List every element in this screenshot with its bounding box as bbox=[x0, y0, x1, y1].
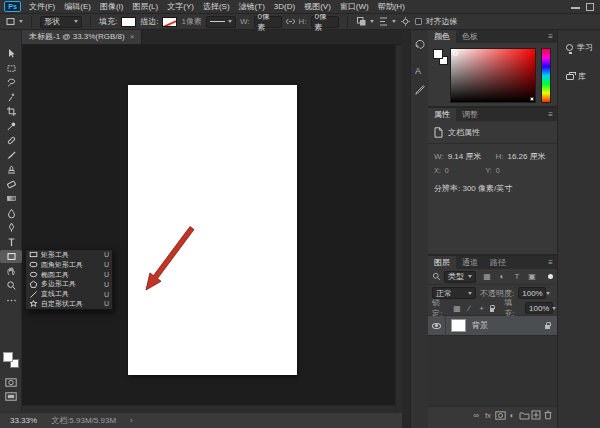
stroke-style-select[interactable] bbox=[206, 16, 236, 28]
doc-height-value[interactable]: 16.26 厘米 bbox=[507, 151, 545, 162]
lock-pixels-icon[interactable]: ∕ bbox=[465, 302, 473, 314]
document-tab[interactable]: 未标题-1 @ 33.3%(RGB/8) × bbox=[22, 29, 142, 44]
lock-position-icon[interactable]: + bbox=[477, 302, 485, 314]
flyout-item-rounded-rectangle-tool[interactable]: 圆角矩形工具 U bbox=[26, 260, 112, 270]
panel-menu-icon[interactable]: ≡ bbox=[544, 256, 557, 269]
filter-type-select[interactable]: 类型 bbox=[444, 271, 476, 283]
tool-move[interactable] bbox=[0, 47, 22, 60]
tool-shape-active[interactable] bbox=[0, 250, 22, 263]
tool-type[interactable] bbox=[0, 236, 22, 249]
brushes-panel-icon[interactable] bbox=[414, 84, 426, 96]
menu-layer[interactable]: 图层(L) bbox=[131, 1, 159, 12]
layer-effects-icon[interactable]: fx bbox=[482, 409, 494, 421]
tool-gradient[interactable] bbox=[0, 192, 22, 205]
tool-mode-select[interactable]: 形状 bbox=[40, 16, 82, 28]
visibility-toggle[interactable] bbox=[428, 316, 446, 336]
tool-eyedropper[interactable] bbox=[0, 120, 22, 133]
panel-menu-icon[interactable]: ≡ bbox=[544, 108, 557, 121]
link-layers-icon[interactable]: ∞ bbox=[470, 409, 482, 421]
foreground-color-swatch[interactable] bbox=[3, 352, 13, 362]
color-swatch-widget[interactable] bbox=[3, 352, 21, 370]
libraries-panel-button[interactable]: 库 bbox=[558, 53, 600, 82]
layer-thumbnail[interactable] bbox=[451, 319, 466, 332]
opacity-input[interactable]: 100% bbox=[518, 287, 546, 299]
status-chevron-icon[interactable]: › bbox=[130, 416, 133, 425]
menu-help[interactable]: 帮助(H) bbox=[377, 1, 406, 12]
menu-type[interactable]: 文字(Y) bbox=[166, 1, 195, 12]
panel-menu-icon[interactable]: ≡ bbox=[544, 30, 557, 43]
filter-toggle-icon[interactable] bbox=[548, 274, 553, 279]
flyout-item-rectangle-tool[interactable]: 矩形工具 U bbox=[26, 250, 112, 260]
tab-adjustments[interactable]: 调整 bbox=[456, 108, 484, 121]
saturation-brightness-field[interactable] bbox=[450, 48, 536, 103]
flyout-item-ellipse-tool[interactable]: 椭圆工具 U bbox=[26, 270, 112, 280]
path-alignment-button[interactable] bbox=[378, 16, 396, 27]
filter-type-layers-icon[interactable]: T bbox=[511, 271, 523, 283]
lock-transparency-icon[interactable]: ▦ bbox=[453, 302, 461, 314]
menu-file[interactable]: 文件(F) bbox=[28, 1, 56, 12]
photoshop-logo-icon[interactable]: Ps bbox=[4, 1, 21, 12]
menu-window[interactable]: 窗口(W) bbox=[339, 1, 370, 12]
tool-zoom[interactable] bbox=[0, 279, 22, 292]
tool-pen[interactable] bbox=[0, 221, 22, 234]
layer-name[interactable]: 背景 bbox=[472, 320, 488, 331]
glyphs-panel-icon[interactable]: A bbox=[415, 66, 421, 76]
tab-layers[interactable]: 图层 bbox=[428, 256, 456, 269]
tool-crop[interactable] bbox=[0, 105, 22, 118]
tool-clone-stamp[interactable] bbox=[0, 163, 22, 176]
tool-quick-selection[interactable] bbox=[0, 91, 22, 104]
flyout-item-polygon-tool[interactable]: 多边形工具 U bbox=[26, 279, 112, 289]
link-dimensions-icon[interactable] bbox=[286, 17, 295, 26]
tool-marquee[interactable] bbox=[0, 62, 22, 75]
add-layer-mask-icon[interactable] bbox=[494, 409, 506, 421]
filter-shape-layers-icon[interactable]: ▣ bbox=[526, 271, 538, 283]
history-panel-icon[interactable] bbox=[414, 38, 426, 50]
color-picker-marker[interactable] bbox=[453, 51, 458, 56]
learn-panel-button[interactable]: 学习 bbox=[558, 30, 600, 53]
menu-3d[interactable]: 3D(D) bbox=[273, 2, 296, 11]
fill-input[interactable]: 100% bbox=[525, 302, 553, 314]
menu-select[interactable]: 选择(S) bbox=[202, 1, 231, 12]
menu-view[interactable]: 视图(V) bbox=[303, 1, 332, 12]
filter-pixel-layers-icon[interactable]: ▦ bbox=[481, 271, 493, 283]
delete-layer-icon[interactable] bbox=[542, 409, 554, 421]
tab-color[interactable]: 颜色 bbox=[428, 30, 456, 43]
tool-preset-picker[interactable] bbox=[5, 16, 23, 27]
stroke-width-value[interactable]: 1像素 bbox=[181, 16, 201, 27]
new-layer-icon[interactable] bbox=[530, 409, 542, 421]
flyout-item-custom-shape-tool[interactable]: 自定形状工具 U bbox=[26, 299, 112, 309]
layer-row-background[interactable]: 背景 bbox=[428, 316, 557, 336]
tab-properties[interactable]: 属性 bbox=[428, 108, 456, 121]
minimize-window-icon[interactable] bbox=[571, 7, 580, 9]
shape-height-input[interactable]: 0像素 bbox=[311, 16, 339, 28]
screen-mode-button[interactable] bbox=[5, 392, 17, 401]
tool-spot-healing[interactable] bbox=[0, 134, 22, 147]
shape-width-input[interactable]: 0像素 bbox=[254, 16, 282, 28]
tool-lasso[interactable] bbox=[0, 76, 22, 89]
tab-channels[interactable]: 通道 bbox=[456, 256, 484, 269]
foreground-color-chip[interactable] bbox=[433, 49, 443, 59]
zoom-level[interactable]: 33.33% bbox=[10, 416, 37, 425]
close-icon[interactable]: × bbox=[130, 32, 135, 41]
quick-mask-button[interactable] bbox=[5, 378, 17, 387]
tool-eraser[interactable] bbox=[0, 178, 22, 191]
tool-brush[interactable] bbox=[0, 149, 22, 162]
stroke-color-swatch[interactable] bbox=[162, 17, 177, 27]
tool-hand[interactable] bbox=[0, 265, 22, 278]
menu-filter[interactable]: 滤镜(T) bbox=[238, 1, 266, 12]
path-operations-button[interactable] bbox=[356, 16, 374, 27]
menu-image[interactable]: 图像(I) bbox=[99, 1, 125, 12]
restore-window-icon[interactable] bbox=[586, 3, 594, 11]
horizontal-scrollbar[interactable] bbox=[22, 405, 395, 412]
tab-paths[interactable]: 路径 bbox=[484, 256, 512, 269]
tool-blur[interactable] bbox=[0, 207, 22, 220]
flyout-item-line-tool[interactable]: 直线工具 U bbox=[26, 289, 112, 299]
hue-slider[interactable] bbox=[541, 48, 551, 103]
vertical-scrollbar[interactable] bbox=[395, 45, 402, 412]
path-arrangement-button[interactable] bbox=[400, 16, 411, 27]
doc-width-value[interactable]: 9.14 厘米 bbox=[448, 151, 482, 162]
tab-swatches[interactable]: 色板 bbox=[456, 30, 484, 43]
lock-all-icon[interactable] bbox=[490, 308, 495, 312]
fill-color-swatch[interactable] bbox=[121, 17, 136, 27]
adjustment-layer-icon[interactable]: ◐ bbox=[506, 409, 518, 421]
